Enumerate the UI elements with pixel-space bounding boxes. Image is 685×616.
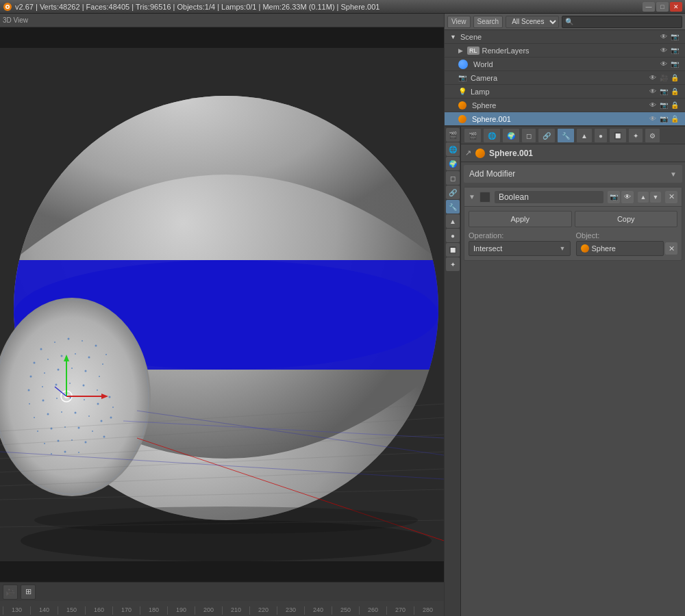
- svg-point-22: [102, 363, 103, 365]
- sphere001-eye-icon[interactable]: 👁: [648, 114, 658, 124]
- data-icon-btn[interactable]: ▲: [576, 128, 593, 143]
- minimize-button[interactable]: —: [643, 2, 655, 12]
- world-eye-icon[interactable]: 👁: [659, 60, 669, 69]
- modifier-camera-btn[interactable]: 📷: [608, 191, 620, 203]
- svg-point-24: [44, 372, 45, 374]
- svg-point-44: [34, 417, 35, 418]
- add-modifier-bar[interactable]: Add Modifier ▼: [464, 165, 682, 183]
- sphere-lock-icon[interactable]: 🔒: [670, 101, 680, 110]
- world-vis-icons: 👁 📷: [659, 60, 680, 69]
- close-button[interactable]: ✕: [670, 2, 682, 12]
- outliner-item-sphere001[interactable]: Sphere.001 👁 📷 🔒: [445, 112, 685, 126]
- outliner-item-sphere[interactable]: Sphere 👁 📷 🔒: [445, 99, 685, 112]
- modifier-render-btn[interactable]: 👁: [621, 191, 634, 203]
- svg-point-39: [42, 400, 45, 402]
- object-field[interactable]: Sphere: [576, 241, 664, 256]
- sphere001-cam-icon[interactable]: 📷: [659, 114, 669, 124]
- svg-point-19: [61, 355, 63, 357]
- svg-point-14: [82, 340, 83, 342]
- titlebar-title: v2.67 | Verts:48262 | Faces:48405 | Tris…: [15, 3, 379, 11]
- modifier-visibility-icon[interactable]: [480, 192, 490, 203]
- render-vis-icon[interactable]: 📷: [670, 32, 680, 42]
- data-btn[interactable]: ▲: [446, 214, 460, 228]
- svg-point-51: [51, 428, 53, 430]
- outliner-item-lamp[interactable]: 💡 Lamp 👁 📷 🔒: [445, 85, 685, 99]
- view-button[interactable]: View: [447, 16, 471, 28]
- svg-point-36: [112, 407, 114, 408]
- object-type-icon: [475, 149, 485, 158]
- arrow-icon: ↗: [465, 149, 471, 157]
- svg-point-31: [55, 384, 58, 386]
- scene-select[interactable]: All Scenes: [506, 16, 559, 28]
- outliner-item-world[interactable]: World 👁 📷: [445, 57, 685, 71]
- obj-icon-btn[interactable]: ◻: [521, 128, 536, 143]
- lamp-cam-icon[interactable]: 📷: [659, 87, 669, 97]
- scene-icon-btn[interactable]: 🌐: [483, 128, 501, 143]
- maximize-button[interactable]: □: [656, 2, 669, 12]
- svg-point-12: [54, 342, 55, 343]
- outliner-scene[interactable]: ▼ Scene 👁 📷: [445, 30, 685, 44]
- particle-icon-btn[interactable]: ✦: [628, 128, 643, 143]
- world-cam-icon[interactable]: 📷: [670, 60, 680, 69]
- svg-point-60: [51, 453, 52, 454]
- clear-object-btn[interactable]: ✕: [665, 242, 677, 255]
- tex-icon-btn[interactable]: 🔲: [609, 128, 627, 143]
- constraints-btn[interactable]: 🔗: [446, 185, 460, 199]
- rl-cam-icon[interactable]: 📷: [670, 46, 680, 55]
- sphere-vis-icons: 👁 📷 🔒: [648, 101, 680, 110]
- camera-view-button[interactable]: 🎥: [3, 585, 18, 600]
- rl-eye-icon[interactable]: 👁: [659, 46, 669, 55]
- move-down-btn[interactable]: ▼: [650, 192, 661, 203]
- object-value: Sphere: [592, 244, 616, 253]
- constraint-icon-btn[interactable]: 🔗: [538, 128, 556, 143]
- particles-btn[interactable]: ✦: [446, 257, 460, 271]
- operation-dropdown[interactable]: Intersect ▼: [469, 241, 571, 256]
- scene-svg: [0, 27, 444, 582]
- svg-point-28: [99, 376, 100, 377]
- texture-btn[interactable]: 🔲: [446, 243, 460, 257]
- sphere001-vis-icons: 👁 📷 🔒: [648, 114, 680, 124]
- world-icon-btn[interactable]: 🌍: [502, 128, 520, 143]
- ruler-tick-6: 190: [167, 606, 195, 615]
- delete-modifier-btn[interactable]: ✕: [665, 191, 677, 203]
- mat-icon-btn[interactable]: ●: [594, 128, 608, 143]
- render-icon-btn[interactable]: 🎬: [464, 128, 482, 143]
- properties-panel: 🎬 🌐 🌍 ◻ 🔗 🔧 ▲ ● 🔲 ✦ 🎬 🌐 🌍 ◻ �: [445, 127, 685, 616]
- render-button[interactable]: ⊞: [21, 585, 36, 600]
- sphere-cam-icon[interactable]: 📷: [659, 101, 669, 110]
- modifier-expand-icon[interactable]: ▼: [469, 193, 475, 201]
- sphere-eye-icon[interactable]: 👁: [648, 101, 658, 110]
- physics-icon-btn[interactable]: ⚙: [645, 128, 660, 143]
- camera-lock-icon[interactable]: 🔒: [670, 73, 680, 83]
- svg-point-42: [84, 399, 85, 400]
- svg-point-49: [101, 420, 103, 422]
- camera-cam-icon[interactable]: 🎥: [659, 73, 669, 83]
- object-props-btn[interactable]: ◻: [446, 171, 460, 185]
- outliner-item-renderlayers[interactable]: ▶ RL RenderLayers 👁 📷: [445, 44, 685, 57]
- world-props-btn[interactable]: 🌍: [446, 157, 460, 170]
- add-modifier-dropdown-icon: ▼: [670, 170, 677, 178]
- modifiers-btn[interactable]: 🔧: [446, 200, 460, 214]
- titlebar-left: v2.67 | Verts:48262 | Faces:48405 | Tris…: [3, 2, 379, 12]
- scene-canvas[interactable]: [0, 27, 444, 582]
- apply-button[interactable]: Apply: [469, 211, 572, 227]
- scene-props-btn[interactable]: 🌐: [446, 142, 460, 156]
- lamp-lock-icon[interactable]: 🔒: [670, 87, 680, 97]
- world-icon: [458, 60, 468, 69]
- eye-icon[interactable]: 👁: [659, 32, 669, 42]
- copy-button[interactable]: Copy: [575, 211, 678, 227]
- lamp-eye-icon[interactable]: 👁: [648, 87, 658, 97]
- outliner-search-input[interactable]: 🔍: [562, 16, 682, 28]
- outliner-item-camera[interactable]: 📷 Camera 👁 🎥 🔒: [445, 71, 685, 85]
- search-button[interactable]: Search: [473, 16, 503, 28]
- rl-vis-icons: 👁 📷: [659, 46, 680, 55]
- render-props-btn[interactable]: 🎬: [446, 128, 460, 142]
- camera-label: Camera: [471, 74, 497, 82]
- sphere001-lock-icon[interactable]: 🔒: [670, 114, 680, 124]
- move-up-btn[interactable]: ▲: [638, 192, 649, 203]
- camera-eye-icon[interactable]: 👁: [648, 73, 658, 83]
- modifier-icon-btn[interactable]: 🔧: [557, 128, 575, 143]
- svg-point-61: [64, 451, 66, 453]
- material-btn[interactable]: ●: [446, 229, 460, 242]
- viewport-3d[interactable]: 3D View: [0, 14, 444, 582]
